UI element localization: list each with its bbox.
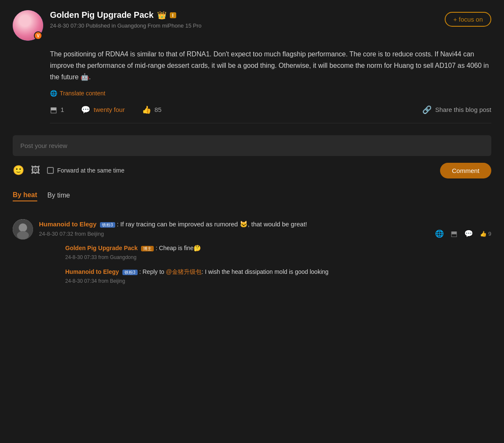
- action-bar: ⬒ 1 💬 twenty four 👍 85 🔗 Share this blog…: [50, 105, 491, 123]
- post-meta: 24-8-30 07:30 Published in Guangdong Fro…: [50, 22, 202, 29]
- forward-action[interactable]: ⬒ 1: [50, 105, 64, 114]
- forward-label: Forward at the same time: [57, 167, 125, 174]
- focus-on-button[interactable]: + focus on: [445, 12, 491, 27]
- forward-comment-icon[interactable]: ⬒: [451, 229, 457, 238]
- sort-tab-heat[interactable]: By heat: [13, 191, 37, 201]
- comment-text-inline: : If ray tracing can be improved as rumo…: [117, 220, 307, 228]
- level-badge: I: [170, 12, 176, 18]
- likes-count: 85: [155, 106, 162, 113]
- comment-timestamp: 24-8-30 07:32 from Beijing: [39, 231, 104, 237]
- comment-list: Humanoid to Elegy 铁粉3 : If ray tracing c…: [13, 212, 491, 294]
- translate-label: Translate content: [60, 90, 105, 97]
- iron-badge: 铁粉3: [100, 222, 115, 228]
- sort-tabs: By heat By time: [13, 191, 491, 201]
- reply-mention: @金猪升级包: [166, 268, 202, 275]
- comment-like[interactable]: 👍 9: [480, 231, 491, 237]
- blogger-badge: 博主: [141, 246, 154, 251]
- sort-tab-time[interactable]: By time: [47, 192, 70, 201]
- comments-label: twenty four: [94, 106, 125, 113]
- reply-text: : Cheap is fine🤔: [156, 245, 201, 251]
- comment-section: 🙂 🖼 Forward at the same time Comment: [13, 135, 491, 178]
- forward-checkbox[interactable]: [47, 167, 54, 174]
- share-action[interactable]: 🔗 Share this blog post: [422, 105, 491, 114]
- reply-thread: Golden Pig Upgrade Pack 博主 : Cheap is fi…: [65, 238, 491, 286]
- post-author-info: Golden Pig Upgrade Pack 👑 I 24-8-30 07:3…: [50, 10, 202, 29]
- comments-action[interactable]: 💬 twenty four: [81, 105, 125, 114]
- comment-tools: 🙂 🖼 Forward at the same time Comment: [13, 163, 491, 178]
- reply-item-2: Humanoid to Elegy 铁粉3 : Reply to @金猪升级包:…: [65, 262, 491, 286]
- reply-username-2: Humanoid to Elegy: [65, 268, 119, 275]
- comment-header-row: Humanoid to Elegy 铁粉3 : If ray tracing c…: [39, 219, 491, 229]
- avatar: V: [13, 10, 43, 41]
- translate-icon: 🌐: [50, 90, 57, 97]
- reply-comment-icon[interactable]: 💬: [464, 229, 473, 238]
- comment-submit-button[interactable]: Comment: [440, 163, 491, 178]
- post-text: The positioning of RDNA4 is similar to t…: [50, 48, 491, 83]
- comment-actions: 🌐 ⬒ 💬 👍 9: [435, 229, 491, 238]
- reply-item: Golden Pig Upgrade Pack 博主 : Cheap is fi…: [65, 238, 491, 262]
- forward-icon: ⬒: [50, 105, 57, 114]
- post-title-row: Golden Pig Upgrade Pack 👑 I: [50, 10, 202, 20]
- comment-body: Humanoid to Elegy 铁粉3 : If ray tracing c…: [39, 219, 491, 286]
- post-title: Golden Pig Upgrade Pack: [50, 10, 154, 20]
- likes-action[interactable]: 👍 85: [142, 105, 162, 114]
- reply-meta-2: 24-8-30 07:34 from Beijing: [65, 278, 491, 284]
- share-label: Share this blog post: [435, 106, 491, 113]
- share-icon: 🔗: [422, 105, 432, 114]
- reply-meta: 24-8-30 07:33 from Guangdong: [65, 254, 491, 260]
- post-header: V Golden Pig Upgrade Pack 👑 I 24-8-30 07…: [13, 10, 491, 41]
- comment-input[interactable]: [13, 135, 491, 156]
- image-icon[interactable]: 🖼: [31, 165, 40, 176]
- comment-avatar: [13, 219, 33, 240]
- translate-link[interactable]: 🌐 Translate content: [50, 90, 491, 97]
- post-header-left: V Golden Pig Upgrade Pack 👑 I 24-8-30 07…: [13, 10, 202, 41]
- like-icon: 👍: [142, 105, 151, 114]
- comment-item: Humanoid to Elegy 铁粉3 : If ray tracing c…: [13, 212, 491, 294]
- crown-icon: 👑: [157, 11, 166, 20]
- svg-point-1: [19, 223, 27, 232]
- emoji-icon[interactable]: 🙂: [13, 165, 24, 176]
- translate-comment-icon[interactable]: 🌐: [435, 229, 444, 238]
- iron-badge-2: 铁粉3: [122, 270, 138, 275]
- svg-point-2: [17, 231, 29, 240]
- like-comment-icon: 👍: [480, 231, 487, 237]
- comment-like-count: 9: [488, 231, 491, 237]
- forward-row: Forward at the same time: [47, 167, 125, 174]
- comment-meta: 24-8-30 07:32 from Beijing 🌐 ⬒ 💬 👍 9: [39, 229, 491, 238]
- reply-text-2: : Reply to @金猪升级包: I wish the heat dissi…: [139, 268, 329, 275]
- forward-count: 1: [61, 106, 64, 113]
- post-content: The positioning of RDNA4 is similar to t…: [50, 48, 491, 97]
- comment-username: Humanoid to Elegy: [39, 220, 97, 228]
- comment-icon: 💬: [81, 105, 90, 114]
- verified-badge: V: [34, 31, 42, 40]
- reply-username: Golden Pig Upgrade Pack: [65, 245, 138, 251]
